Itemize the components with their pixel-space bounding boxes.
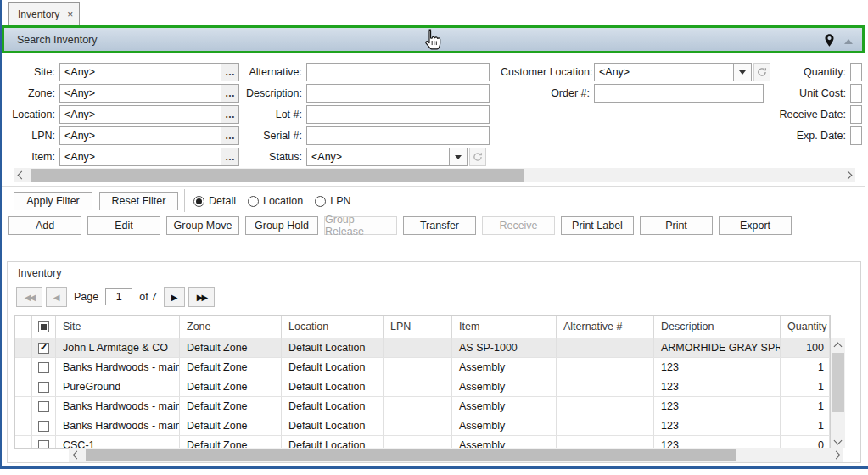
col-lpn[interactable]: LPN bbox=[384, 316, 452, 338]
row-checkbox[interactable] bbox=[38, 401, 49, 412]
col-quantity[interactable]: Quantity bbox=[781, 316, 830, 338]
reset-filter-button[interactable]: Reset Filter bbox=[99, 192, 178, 210]
lot-label: Lot #: bbox=[244, 109, 306, 120]
radio-location[interactable]: Location bbox=[248, 195, 303, 207]
tab-inventory[interactable]: Inventory × bbox=[8, 2, 80, 25]
description-input[interactable] bbox=[306, 84, 490, 103]
zone-ellipsis-button[interactable]: … bbox=[221, 85, 238, 102]
cell-alternative bbox=[557, 358, 654, 377]
scrollbar-thumb[interactable] bbox=[86, 449, 736, 461]
cell-alternative bbox=[557, 338, 654, 357]
print-label-button[interactable]: Print Label bbox=[561, 216, 634, 235]
customer-location-combobox[interactable]: <Any> bbox=[594, 63, 752, 81]
page-number-input[interactable] bbox=[105, 288, 132, 305]
row-checkbox[interactable] bbox=[38, 382, 49, 393]
receive-date-input[interactable] bbox=[850, 105, 862, 124]
select-all-checkbox[interactable] bbox=[38, 321, 49, 332]
table-row[interactable]: Banks Hardwoods - main Default Zone Defa… bbox=[15, 397, 830, 416]
scroll-left-button[interactable] bbox=[69, 448, 82, 462]
select-all-header[interactable] bbox=[32, 316, 56, 338]
cell-location: Default Location bbox=[282, 436, 384, 448]
cell-item: Assembly bbox=[452, 436, 557, 448]
row-checkbox-cell[interactable] bbox=[32, 377, 56, 396]
col-location[interactable]: Location bbox=[282, 316, 384, 338]
location-value: <Any> bbox=[60, 106, 221, 123]
order-input[interactable] bbox=[594, 84, 764, 103]
status-combobox[interactable]: <Any> bbox=[306, 148, 468, 166]
collapse-arrow-icon[interactable] bbox=[844, 39, 853, 44]
row-checkbox[interactable] bbox=[38, 343, 49, 354]
serial-label: Serial #: bbox=[244, 130, 306, 142]
row-checkbox-cell[interactable] bbox=[32, 416, 56, 435]
scrollbar-thumb[interactable] bbox=[832, 353, 844, 412]
tab-close-icon[interactable]: × bbox=[67, 9, 73, 20]
lot-input[interactable] bbox=[306, 105, 490, 124]
alternative-input[interactable] bbox=[306, 63, 490, 81]
col-zone[interactable]: Zone bbox=[180, 316, 282, 338]
transfer-button[interactable]: Transfer bbox=[403, 216, 476, 235]
radio-detail[interactable]: Detail bbox=[193, 195, 236, 207]
row-checkbox-cell[interactable] bbox=[32, 436, 56, 448]
customer-location-refresh-button[interactable] bbox=[753, 63, 770, 81]
radio-lpn[interactable]: LPN bbox=[315, 195, 350, 207]
site-ellipsis-button[interactable]: … bbox=[221, 64, 238, 81]
scroll-down-button[interactable] bbox=[831, 435, 845, 448]
scroll-up-button[interactable] bbox=[831, 338, 845, 351]
row-indicator bbox=[15, 338, 32, 357]
zone-lookup-field[interactable]: <Any> … bbox=[59, 84, 239, 103]
row-checkbox[interactable] bbox=[38, 440, 49, 449]
chevron-left-icon bbox=[72, 451, 81, 460]
tab-label: Inventory bbox=[18, 8, 59, 20]
table-horizontal-scrollbar[interactable] bbox=[69, 448, 843, 462]
field-serial: Serial #: bbox=[244, 126, 490, 145]
scroll-right-button[interactable] bbox=[830, 448, 843, 462]
pin-icon[interactable] bbox=[825, 34, 834, 49]
search-horizontal-scrollbar[interactable] bbox=[14, 168, 855, 182]
scroll-left-button[interactable] bbox=[14, 168, 27, 182]
next-page-button[interactable]: ▶ bbox=[164, 287, 185, 307]
table-row[interactable]: Banks Hardwoods - main Default Zone Defa… bbox=[15, 358, 830, 377]
item-ellipsis-button[interactable]: … bbox=[221, 148, 238, 165]
table-row[interactable]: CSC-1 Default Zone Default Location Asse… bbox=[15, 436, 830, 448]
field-order: Order #: bbox=[501, 84, 764, 103]
table-row[interactable]: John L Armitage & CO Default Zone Defaul… bbox=[15, 338, 830, 358]
row-checkbox[interactable] bbox=[38, 421, 49, 432]
col-description[interactable]: Description bbox=[654, 316, 781, 338]
col-alternative[interactable]: Alternative # bbox=[557, 316, 654, 338]
row-checkbox-cell[interactable] bbox=[32, 358, 56, 377]
location-ellipsis-button[interactable]: … bbox=[221, 106, 238, 123]
export-button[interactable]: Export bbox=[719, 216, 792, 235]
unit-cost-input[interactable] bbox=[850, 84, 862, 103]
last-page-button[interactable]: ▶▶ bbox=[188, 287, 215, 307]
customer-location-dropdown-button[interactable] bbox=[733, 64, 751, 81]
quantity-input[interactable] bbox=[850, 63, 862, 81]
row-checkbox[interactable] bbox=[38, 362, 49, 373]
scrollbar-thumb[interactable] bbox=[31, 169, 524, 182]
edit-button[interactable]: Edit bbox=[87, 216, 160, 235]
table-row[interactable]: Banks Hardwoods - main Default Zone Defa… bbox=[15, 416, 830, 436]
apply-filter-button[interactable]: Apply Filter bbox=[14, 192, 92, 210]
print-button[interactable]: Print bbox=[640, 216, 713, 235]
window-border-bottom bbox=[0, 466, 868, 469]
row-checkbox-cell[interactable] bbox=[32, 338, 56, 357]
status-dropdown-button[interactable] bbox=[449, 148, 467, 165]
site-lookup-field[interactable]: <Any> … bbox=[59, 63, 239, 81]
col-site[interactable]: Site bbox=[56, 316, 180, 338]
item-lookup-field[interactable]: <Any> … bbox=[59, 148, 239, 166]
group-move-button[interactable]: Group Move bbox=[166, 216, 239, 235]
location-lookup-field[interactable]: <Any> … bbox=[59, 105, 239, 124]
scroll-right-button[interactable] bbox=[842, 168, 855, 182]
add-button[interactable]: Add bbox=[8, 216, 81, 235]
table-row[interactable]: PureGround Default Zone Default Location… bbox=[15, 377, 830, 397]
row-checkbox-cell[interactable] bbox=[32, 397, 56, 416]
lpn-ellipsis-button[interactable]: … bbox=[221, 127, 238, 144]
lpn-lookup-field[interactable]: <Any> … bbox=[59, 126, 239, 145]
serial-input[interactable] bbox=[306, 126, 490, 145]
cell-lpn bbox=[384, 397, 452, 416]
table-vertical-scrollbar[interactable] bbox=[831, 338, 845, 448]
item-label: Item: bbox=[7, 151, 59, 163]
col-item[interactable]: Item bbox=[452, 316, 557, 338]
vertical-separator bbox=[184, 189, 185, 212]
exp-date-input[interactable] bbox=[850, 126, 862, 145]
group-hold-button[interactable]: Group Hold bbox=[245, 216, 318, 235]
